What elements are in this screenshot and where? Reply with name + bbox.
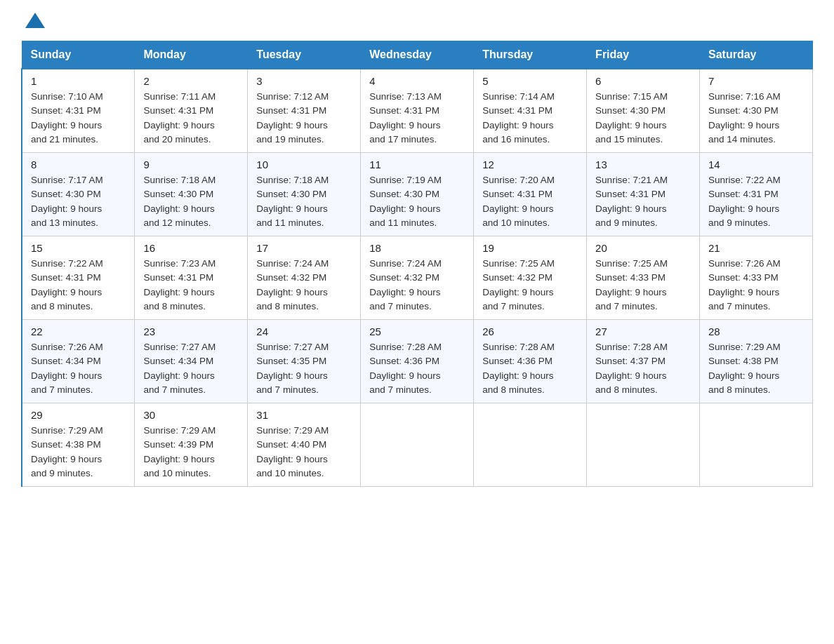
day-number: 9 (143, 159, 239, 170)
calendar-cell: 16 Sunrise: 7:23 AM Sunset: 4:31 PM Dayl… (135, 236, 248, 320)
day-number: 23 (143, 326, 239, 337)
day-number: 7 (708, 75, 804, 87)
week-row-3: 15 Sunrise: 7:22 AM Sunset: 4:31 PM Dayl… (22, 236, 813, 320)
calendar-cell: 15 Sunrise: 7:22 AM Sunset: 4:31 PM Dayl… (22, 236, 135, 320)
calendar-cell: 28 Sunrise: 7:29 AM Sunset: 4:38 PM Dayl… (700, 320, 813, 403)
weekday-header-friday: Friday (587, 41, 700, 69)
day-number: 30 (143, 409, 239, 421)
logo-text (21, 14, 45, 29)
day-number: 10 (256, 159, 352, 170)
calendar-cell: 12 Sunrise: 7:20 AM Sunset: 4:31 PM Dayl… (474, 153, 587, 236)
calendar-cell (361, 403, 474, 487)
day-info: Sunrise: 7:26 AM Sunset: 4:33 PM Dayligh… (708, 257, 804, 314)
weekday-header-sunday: Sunday (22, 41, 135, 69)
day-number: 18 (369, 242, 465, 254)
day-number: 19 (482, 242, 578, 254)
day-info: Sunrise: 7:29 AM Sunset: 4:40 PM Dayligh… (256, 424, 352, 481)
calendar-cell: 7 Sunrise: 7:16 AM Sunset: 4:30 PM Dayli… (700, 69, 813, 153)
day-number: 4 (369, 75, 465, 87)
day-number: 5 (482, 75, 578, 87)
calendar-cell: 8 Sunrise: 7:17 AM Sunset: 4:30 PM Dayli… (22, 153, 135, 236)
weekday-header-wednesday: Wednesday (361, 41, 474, 69)
day-number: 11 (369, 159, 465, 170)
day-info: Sunrise: 7:25 AM Sunset: 4:32 PM Dayligh… (482, 257, 578, 314)
day-number: 8 (31, 159, 126, 170)
day-info: Sunrise: 7:12 AM Sunset: 4:31 PM Dayligh… (256, 90, 352, 147)
calendar-cell: 25 Sunrise: 7:28 AM Sunset: 4:36 PM Dayl… (361, 320, 474, 403)
week-row-1: 1 Sunrise: 7:10 AM Sunset: 4:31 PM Dayli… (22, 69, 813, 153)
day-info: Sunrise: 7:11 AM Sunset: 4:31 PM Dayligh… (143, 90, 239, 147)
day-number: 12 (482, 159, 578, 170)
day-number: 21 (708, 242, 804, 254)
calendar-cell: 23 Sunrise: 7:27 AM Sunset: 4:34 PM Dayl… (135, 320, 248, 403)
day-info: Sunrise: 7:10 AM Sunset: 4:31 PM Dayligh… (31, 90, 126, 147)
calendar-cell: 20 Sunrise: 7:25 AM Sunset: 4:33 PM Dayl… (587, 236, 700, 320)
weekday-header-saturday: Saturday (700, 41, 813, 69)
calendar-cell: 10 Sunrise: 7:18 AM Sunset: 4:30 PM Dayl… (248, 153, 361, 236)
calendar-cell: 14 Sunrise: 7:22 AM Sunset: 4:31 PM Dayl… (700, 153, 813, 236)
day-number: 15 (31, 242, 126, 254)
day-info: Sunrise: 7:24 AM Sunset: 4:32 PM Dayligh… (369, 257, 465, 314)
calendar-cell: 30 Sunrise: 7:29 AM Sunset: 4:39 PM Dayl… (135, 403, 248, 487)
week-row-4: 22 Sunrise: 7:26 AM Sunset: 4:34 PM Dayl… (22, 320, 813, 403)
calendar-table: SundayMondayTuesdayWednesdayThursdayFrid… (21, 41, 813, 487)
day-number: 2 (143, 75, 239, 87)
day-number: 31 (256, 409, 352, 421)
day-info: Sunrise: 7:29 AM Sunset: 4:39 PM Dayligh… (143, 424, 239, 481)
calendar-cell: 29 Sunrise: 7:29 AM Sunset: 4:38 PM Dayl… (22, 403, 135, 487)
day-info: Sunrise: 7:28 AM Sunset: 4:36 PM Dayligh… (369, 340, 465, 397)
day-number: 26 (482, 326, 578, 337)
calendar-cell: 2 Sunrise: 7:11 AM Sunset: 4:31 PM Dayli… (135, 69, 248, 153)
day-number: 1 (31, 75, 126, 87)
calendar-cell: 9 Sunrise: 7:18 AM Sunset: 4:30 PM Dayli… (135, 153, 248, 236)
calendar-cell: 3 Sunrise: 7:12 AM Sunset: 4:31 PM Dayli… (248, 69, 361, 153)
calendar-cell: 4 Sunrise: 7:13 AM Sunset: 4:31 PM Dayli… (361, 69, 474, 153)
day-info: Sunrise: 7:18 AM Sunset: 4:30 PM Dayligh… (143, 173, 239, 230)
day-number: 17 (256, 242, 352, 254)
day-info: Sunrise: 7:21 AM Sunset: 4:31 PM Dayligh… (595, 173, 691, 230)
day-info: Sunrise: 7:17 AM Sunset: 4:30 PM Dayligh… (31, 173, 126, 230)
weekday-header-monday: Monday (135, 41, 248, 69)
calendar-cell: 13 Sunrise: 7:21 AM Sunset: 4:31 PM Dayl… (587, 153, 700, 236)
day-info: Sunrise: 7:14 AM Sunset: 4:31 PM Dayligh… (482, 90, 578, 147)
calendar-cell: 1 Sunrise: 7:10 AM Sunset: 4:31 PM Dayli… (22, 69, 135, 153)
day-number: 16 (143, 242, 239, 254)
day-number: 22 (31, 326, 126, 337)
day-info: Sunrise: 7:27 AM Sunset: 4:35 PM Dayligh… (256, 340, 352, 397)
day-number: 3 (256, 75, 352, 87)
day-info: Sunrise: 7:22 AM Sunset: 4:31 PM Dayligh… (708, 173, 804, 230)
logo (21, 14, 45, 27)
day-info: Sunrise: 7:28 AM Sunset: 4:36 PM Dayligh… (482, 340, 578, 397)
weekday-header-thursday: Thursday (474, 41, 587, 69)
calendar-cell: 19 Sunrise: 7:25 AM Sunset: 4:32 PM Dayl… (474, 236, 587, 320)
day-info: Sunrise: 7:26 AM Sunset: 4:34 PM Dayligh… (31, 340, 126, 397)
weekday-header-tuesday: Tuesday (248, 41, 361, 69)
day-info: Sunrise: 7:27 AM Sunset: 4:34 PM Dayligh… (143, 340, 239, 397)
day-info: Sunrise: 7:29 AM Sunset: 4:38 PM Dayligh… (708, 340, 804, 397)
day-number: 28 (708, 326, 804, 337)
day-info: Sunrise: 7:20 AM Sunset: 4:31 PM Dayligh… (482, 173, 578, 230)
day-info: Sunrise: 7:25 AM Sunset: 4:33 PM Dayligh… (595, 257, 691, 314)
day-number: 13 (595, 159, 691, 170)
week-row-2: 8 Sunrise: 7:17 AM Sunset: 4:30 PM Dayli… (22, 153, 813, 236)
day-info: Sunrise: 7:29 AM Sunset: 4:38 PM Dayligh… (31, 424, 126, 481)
day-info: Sunrise: 7:15 AM Sunset: 4:30 PM Dayligh… (595, 90, 691, 147)
day-info: Sunrise: 7:23 AM Sunset: 4:31 PM Dayligh… (143, 257, 239, 314)
day-number: 27 (595, 326, 691, 337)
calendar-cell (474, 403, 587, 487)
weekday-header-row: SundayMondayTuesdayWednesdayThursdayFrid… (22, 41, 813, 69)
logo-triangle-icon (25, 13, 45, 28)
day-info: Sunrise: 7:22 AM Sunset: 4:31 PM Dayligh… (31, 257, 126, 314)
day-number: 20 (595, 242, 691, 254)
week-row-5: 29 Sunrise: 7:29 AM Sunset: 4:38 PM Dayl… (22, 403, 813, 487)
calendar-cell: 21 Sunrise: 7:26 AM Sunset: 4:33 PM Dayl… (700, 236, 813, 320)
calendar-cell: 11 Sunrise: 7:19 AM Sunset: 4:30 PM Dayl… (361, 153, 474, 236)
day-info: Sunrise: 7:16 AM Sunset: 4:30 PM Dayligh… (708, 90, 804, 147)
calendar-cell: 5 Sunrise: 7:14 AM Sunset: 4:31 PM Dayli… (474, 69, 587, 153)
calendar-cell (587, 403, 700, 487)
day-number: 25 (369, 326, 465, 337)
page-header (21, 14, 813, 27)
calendar-cell: 31 Sunrise: 7:29 AM Sunset: 4:40 PM Dayl… (248, 403, 361, 487)
day-number: 6 (595, 75, 691, 87)
day-info: Sunrise: 7:13 AM Sunset: 4:31 PM Dayligh… (369, 90, 465, 147)
